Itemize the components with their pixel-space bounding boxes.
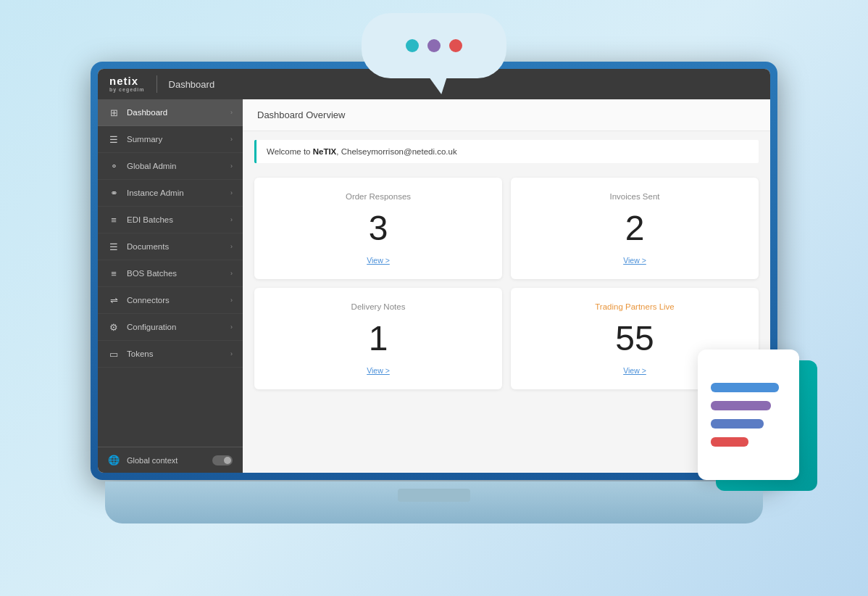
card-value-trading-partners: 55: [615, 317, 654, 360]
sidebar-label-dashboard: Dashboard: [127, 108, 167, 117]
sidebar-arrow-configuration: ›: [230, 323, 233, 331]
sidebar-arrow-dashboard: ›: [230, 109, 233, 116]
documents-icon: ☰: [108, 241, 120, 252]
sidebar-item-dashboard[interactable]: ⊞ Dashboard ›: [98, 99, 243, 126]
card-order-responses: Order Responses 3 View >: [254, 178, 502, 279]
bubble-dot-1: [406, 39, 419, 52]
laptop-base: [105, 481, 763, 523]
connectors-icon: ⇌: [108, 294, 120, 306]
doc-line-3: [711, 419, 764, 429]
sidebar-label-tokens: Tokens: [127, 349, 153, 358]
header-title: Dashboard: [169, 79, 215, 90]
card-title-invoices-sent: Invoices Sent: [609, 192, 659, 201]
bubble-dot-2: [427, 39, 441, 52]
configuration-icon: ⚙: [108, 321, 120, 333]
chat-bubble: [362, 13, 506, 78]
edi-batches-icon: ≡: [108, 214, 120, 225]
screen-bezel: netix by cegedim Dashboard ⊞ Dashboard: [91, 62, 777, 480]
sidebar-arrow-summary: ›: [230, 136, 233, 143]
app-screen: netix by cegedim Dashboard ⊞ Dashboard: [98, 69, 770, 473]
card-title-trading-partners: Trading Partners Live: [595, 302, 675, 311]
sidebar-item-global-admin[interactable]: ⚬ Global Admin ›: [98, 153, 243, 180]
sidebar-arrow-instance-admin: ›: [230, 189, 233, 196]
sidebar-item-tokens[interactable]: ▭ Tokens ›: [98, 341, 243, 368]
sidebar-item-connectors[interactable]: ⇌ Connectors ›: [98, 287, 243, 314]
sidebar-arrow-tokens: ›: [230, 350, 233, 357]
card-link-order-responses[interactable]: View >: [367, 256, 390, 265]
bubble-dot-3: [449, 39, 462, 52]
doc-decoration: [694, 349, 817, 502]
sidebar-arrow-global-admin: ›: [230, 162, 233, 170]
doc-line-2: [711, 401, 771, 410]
card-link-delivery-notes[interactable]: View >: [367, 366, 390, 375]
dashboard-icon: ⊞: [108, 107, 120, 118]
sidebar-arrow-bos-batches: ›: [230, 270, 233, 277]
main-content: Dashboard Overview Welcome to NeTIX, Che…: [243, 99, 770, 473]
tokens-icon: ▭: [108, 348, 120, 360]
sidebar-item-instance-admin[interactable]: ⚭ Instance Admin ›: [98, 180, 243, 207]
sidebar-label-documents: Documents: [127, 242, 169, 251]
sidebar-label-bos-batches: BOS Batches: [127, 269, 177, 278]
sidebar-label-instance-admin: Instance Admin: [127, 189, 184, 197]
card-link-trading-partners[interactable]: View >: [623, 366, 646, 375]
card-value-invoices-sent: 2: [625, 207, 645, 250]
laptop-body: netix by cegedim Dashboard ⊞ Dashboard: [91, 62, 777, 523]
sidebar-label-connectors: Connectors: [127, 296, 170, 305]
sidebar: ⊞ Dashboard › ☰ Summary ›: [98, 99, 243, 473]
doc-front: [698, 349, 799, 480]
welcome-netix: NeTIX: [313, 147, 337, 156]
welcome-bar: Welcome to NeTIX, Chelseymorrison@netedi…: [254, 140, 759, 163]
logo-sub-text: by cegedim: [109, 87, 145, 93]
card-value-delivery-notes: 1: [369, 317, 388, 360]
doc-line-4: [711, 437, 748, 447]
card-link-invoices-sent[interactable]: View >: [623, 256, 646, 265]
card-title-delivery-notes: Delivery Notes: [351, 302, 406, 311]
cards-grid: Order Responses 3 View > Invoices Sent 2…: [243, 172, 770, 401]
sidebar-label-summary: Summary: [127, 135, 162, 144]
summary-icon: ☰: [108, 133, 120, 145]
global-context-icon: 🌐: [108, 455, 120, 465]
sidebar-label-edi-batches: EDI Batches: [127, 215, 173, 224]
sidebar-item-edi-batches[interactable]: ≡ EDI Batches ›: [98, 207, 243, 233]
card-title-order-responses: Order Responses: [346, 192, 411, 201]
sidebar-item-summary[interactable]: ☰ Summary ›: [98, 126, 243, 153]
sidebar-arrow-documents: ›: [230, 243, 233, 250]
bos-batches-icon: ≡: [108, 268, 120, 279]
sidebar-arrow-connectors: ›: [230, 297, 233, 304]
instance-admin-icon: ⚭: [108, 187, 120, 199]
doc-line-1: [711, 383, 779, 392]
card-value-order-responses: 3: [369, 207, 388, 250]
app-logo: netix by cegedim: [109, 75, 157, 93]
sidebar-arrow-edi-batches: ›: [230, 216, 233, 223]
app-body: ⊞ Dashboard › ☰ Summary ›: [98, 99, 770, 473]
welcome-text: Welcome to NeTIX, Chelseymorrison@netedi…: [267, 147, 457, 156]
sidebar-label-configuration: Configuration: [127, 323, 176, 331]
card-invoices-sent: Invoices Sent 2 View >: [511, 178, 759, 279]
sidebar-item-bos-batches[interactable]: ≡ BOS Batches ›: [98, 260, 243, 287]
global-context-toggle[interactable]: [212, 455, 233, 465]
global-context-label: Global context: [127, 456, 178, 465]
logo-main-text: netix: [109, 75, 145, 88]
dashboard-overview-title: Dashboard Overview: [243, 99, 770, 131]
sidebar-label-global-admin: Global Admin: [127, 162, 176, 170]
global-context-bar: 🌐 Global context: [98, 447, 243, 473]
global-admin-icon: ⚬: [108, 160, 120, 172]
sidebar-item-configuration[interactable]: ⚙ Configuration ›: [98, 314, 243, 341]
card-delivery-notes: Delivery Notes 1 View >: [254, 288, 502, 389]
laptop-notch: [398, 489, 470, 502]
sidebar-item-documents[interactable]: ☰ Documents ›: [98, 233, 243, 260]
